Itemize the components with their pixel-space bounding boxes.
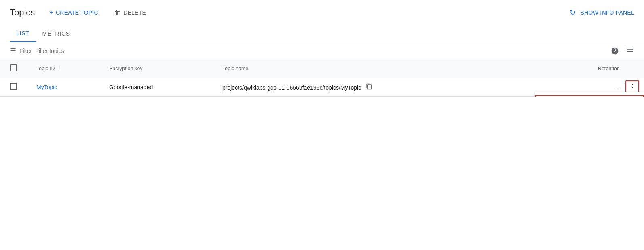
delete-icon: 🗑 <box>114 9 121 16</box>
column-toggle-icon[interactable] <box>626 46 634 56</box>
copy-icon[interactable] <box>366 84 372 91</box>
topics-table: Topic ID ↑ Encryption key Topic name Ret… <box>0 59 644 97</box>
create-topic-label: CREATE TOPIC <box>56 9 98 16</box>
topic-id-link[interactable]: MyTopic <box>36 84 57 90</box>
header-checkbox[interactable] <box>10 64 17 71</box>
retention-value: – <box>617 84 620 90</box>
tab-list[interactable]: LIST <box>10 25 36 42</box>
encryption-value: Google-managed <box>109 84 153 90</box>
row-topic-id-cell: MyTopic <box>27 78 99 97</box>
th-retention[interactable]: Retention <box>563 59 644 78</box>
delete-label: DELETE <box>123 9 146 16</box>
tabs-bar: LIST METRICS <box>0 25 644 42</box>
add-icon: + <box>49 9 53 16</box>
filter-right-actions <box>610 46 634 56</box>
context-menu: Create subscription Create snapshot Impo… <box>535 92 644 97</box>
th-checkbox <box>0 59 27 78</box>
filter-icon: ☰ <box>10 46 16 55</box>
page-title: Topics <box>10 7 35 18</box>
row-checkbox-cell <box>0 78 27 97</box>
filter-input[interactable] <box>35 48 607 54</box>
menu-item-create-subscription[interactable]: Create subscription <box>535 95 644 97</box>
header: Topics + CREATE TOPIC 🗑 DELETE ↻ SHOW IN… <box>0 0 644 25</box>
filter-bar: ☰ Filter <box>0 42 644 59</box>
show-info-panel-button[interactable]: SHOW INFO PANEL <box>581 9 634 16</box>
refresh-button[interactable]: ↻ <box>570 8 576 17</box>
row-encryption-cell: Google-managed <box>99 78 213 97</box>
delete-button[interactable]: 🗑 DELETE <box>110 6 151 19</box>
col-encryption-label: Encryption key <box>109 66 143 71</box>
row-checkbox[interactable] <box>10 83 17 90</box>
sort-icon: ↑ <box>58 66 60 71</box>
header-right: ↻ SHOW INFO PANEL <box>570 8 634 17</box>
th-topic-id[interactable]: Topic ID ↑ <box>27 59 99 78</box>
create-topic-button[interactable]: + CREATE TOPIC <box>44 6 103 19</box>
topic-name-value: projects/qwiklabs-gcp-01-06669fae195c/to… <box>222 84 361 91</box>
filter-label: Filter <box>19 48 32 54</box>
row-topic-name-cell: projects/qwiklabs-gcp-01-06669fae195c/to… <box>213 78 563 97</box>
col-topic-id-label: Topic ID <box>36 66 55 71</box>
th-topic-name[interactable]: Topic name <box>213 59 563 78</box>
table-header-row: Topic ID ↑ Encryption key Topic name Ret… <box>0 59 644 78</box>
topics-table-wrapper: Topic ID ↑ Encryption key Topic name Ret… <box>0 59 644 97</box>
col-retention-label: Retention <box>598 66 620 71</box>
help-icon[interactable] <box>610 46 620 56</box>
col-topic-name-label: Topic name <box>222 66 248 71</box>
tab-metrics[interactable]: METRICS <box>36 25 76 42</box>
th-encryption-key[interactable]: Encryption key <box>99 59 213 78</box>
